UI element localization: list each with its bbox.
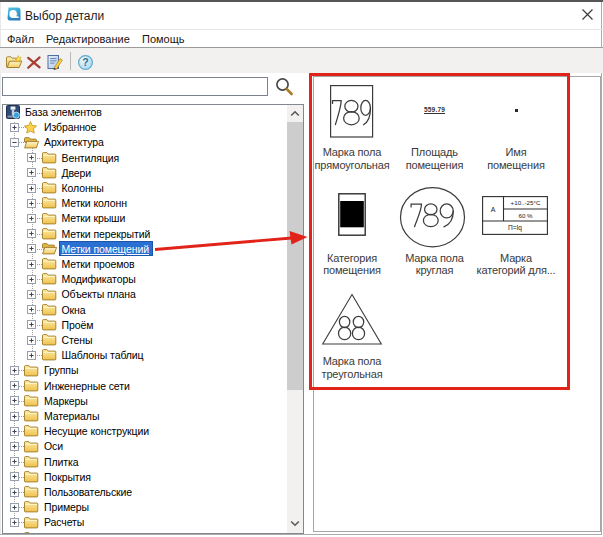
svg-text:?: ? — [82, 56, 88, 68]
